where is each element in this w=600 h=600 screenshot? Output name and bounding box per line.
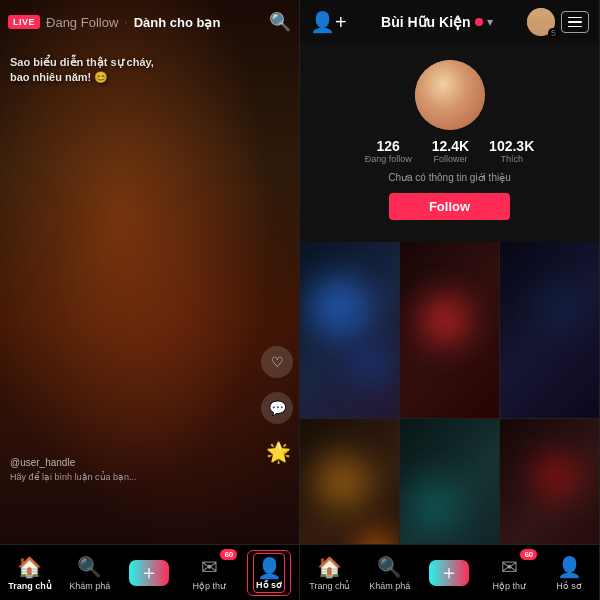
create-button[interactable]: ＋ bbox=[129, 560, 169, 586]
stat-followers-label: Follower bbox=[433, 154, 467, 164]
tab-for-you[interactable]: Dành cho bạn bbox=[134, 15, 221, 30]
avatar-container: 5 bbox=[527, 8, 555, 36]
top-tabs: Đang Follow · Dành cho bạn bbox=[46, 15, 269, 30]
grid-thumb-2[interactable] bbox=[400, 242, 499, 418]
nav-inbox-label: Hộp thư bbox=[193, 581, 227, 591]
stat-followers-number: 12.4K bbox=[432, 138, 469, 154]
nav-profile[interactable]: 👤 Hồ sơ bbox=[247, 550, 291, 596]
profile-icon-wrap: 👤 Hồ sơ bbox=[253, 553, 285, 593]
menu-line-1 bbox=[568, 17, 582, 19]
right-nav-home-label: Trang chủ bbox=[309, 581, 350, 591]
stat-likes: 102.3K Thích bbox=[489, 138, 534, 164]
stat-following: 126 Đang follow bbox=[365, 138, 412, 164]
video-username: @user_handle bbox=[10, 457, 291, 468]
right-top-actions: 5 bbox=[527, 8, 589, 36]
profile-name-area: Bùi Hữu Kiện ▾ bbox=[347, 14, 527, 30]
right-explore-icon: 🔍 bbox=[377, 555, 402, 579]
tab-following[interactable]: Đang Follow bbox=[46, 15, 118, 30]
right-top-bar: 👤+ Bùi Hữu Kiện ▾ 5 bbox=[300, 0, 599, 44]
left-video-area: Sao biểu diễn thật sự cháy, bao nhiêu nă… bbox=[0, 0, 299, 544]
left-top-bar: LIVE Đang Follow · Dành cho bạn 🔍 bbox=[0, 0, 299, 44]
profile-stats: 126 Đang follow 12.4K Follower 102.3K Th… bbox=[365, 138, 535, 164]
right-nav-explore[interactable]: 🔍 Khám phá bbox=[368, 555, 412, 591]
right-nav-inbox[interactable]: ✉ 60 Hộp thư bbox=[487, 555, 531, 591]
right-inbox-badge: 60 bbox=[520, 549, 537, 560]
grid-thumb-1[interactable] bbox=[300, 242, 399, 418]
comment-button[interactable]: 💬 bbox=[261, 392, 293, 424]
stat-following-label: Đang follow bbox=[365, 154, 412, 164]
profile-bio: Chưa có thông tin giới thiệu bbox=[372, 172, 527, 183]
chevron-down-icon[interactable]: ▾ bbox=[487, 15, 493, 29]
home-icon: 🏠 bbox=[17, 555, 42, 579]
right-nav-inbox-label: Hộp thư bbox=[493, 581, 527, 591]
menu-line-2 bbox=[568, 21, 582, 23]
right-nav-profile-label: Hồ sơ bbox=[556, 581, 582, 591]
followers-small-count: 5 bbox=[548, 28, 559, 38]
avatar-inner bbox=[415, 60, 485, 130]
right-create-button[interactable]: ＋ bbox=[429, 560, 469, 586]
nav-create[interactable]: ＋ bbox=[127, 560, 171, 586]
explore-icon: 🔍 bbox=[77, 555, 102, 579]
menu-line-3 bbox=[568, 26, 582, 28]
right-nav-create[interactable]: ＋ bbox=[427, 560, 471, 586]
avatar-large bbox=[415, 60, 485, 130]
video-bottom-area: @user_handle Hãy để lại bình luận của bạ… bbox=[10, 457, 291, 484]
follow-button[interactable]: Follow bbox=[389, 193, 510, 220]
stat-likes-label: Thích bbox=[500, 154, 523, 164]
video-caption: Sao biểu diễn thật sự cháy, bao nhiêu nă… bbox=[10, 55, 259, 86]
right-phone-panel: 👤+ Bùi Hữu Kiện ▾ 5 bbox=[300, 0, 600, 600]
video-grid bbox=[300, 242, 599, 544]
right-home-icon: 🏠 bbox=[317, 555, 342, 579]
like-button[interactable]: ♡ bbox=[261, 346, 293, 378]
video-desc: Hãy để lại bình luận của bạn... bbox=[10, 472, 291, 484]
live-badge: LIVE bbox=[8, 15, 40, 29]
nav-home[interactable]: 🏠 Trang chủ bbox=[8, 555, 52, 591]
search-icon[interactable]: 🔍 bbox=[269, 11, 291, 33]
stat-likes-number: 102.3K bbox=[489, 138, 534, 154]
left-phone-panel: LIVE Đang Follow · Dành cho bạn 🔍 Sao bi… bbox=[0, 0, 300, 600]
right-nav-home[interactable]: 🏠 Trang chủ bbox=[308, 555, 352, 591]
nav-explore[interactable]: 🔍 Khám phá bbox=[68, 555, 112, 591]
stat-following-number: 126 bbox=[377, 138, 400, 154]
add-user-icon[interactable]: 👤+ bbox=[310, 10, 347, 34]
stat-followers: 12.4K Follower bbox=[432, 138, 469, 164]
profile-header: 126 Đang follow 12.4K Follower 102.3K Th… bbox=[300, 44, 599, 242]
right-nav-explore-label: Khám phá bbox=[369, 581, 410, 591]
grid-thumb-3[interactable] bbox=[500, 242, 599, 418]
right-content: 126 Đang follow 12.4K Follower 102.3K Th… bbox=[300, 44, 599, 544]
nav-inbox[interactable]: ✉ 60 Hộp thư bbox=[187, 555, 231, 591]
grid-thumb-4[interactable] bbox=[300, 419, 399, 544]
profile-name: Bùi Hữu Kiện bbox=[381, 14, 471, 30]
left-bottom-nav: 🏠 Trang chủ 🔍 Khám phá ＋ ✉ 60 Hộp thư 👤 … bbox=[0, 544, 299, 600]
grid-thumb-6[interactable] bbox=[500, 419, 599, 544]
menu-button[interactable] bbox=[561, 11, 589, 33]
verified-icon bbox=[475, 18, 483, 26]
right-bottom-nav: 🏠 Trang chủ 🔍 Khám phá ＋ ✉ 60 Hộp thư 👤 … bbox=[300, 544, 599, 600]
right-actions: ♡ 💬 bbox=[261, 346, 293, 424]
grid-thumb-5[interactable] bbox=[400, 419, 499, 544]
inbox-badge: 60 bbox=[220, 549, 237, 560]
right-profile-icon: 👤 bbox=[557, 555, 582, 579]
nav-profile-label: Hồ sơ bbox=[256, 580, 282, 590]
nav-explore-label: Khám phá bbox=[69, 581, 110, 591]
profile-icon: 👤 bbox=[257, 556, 282, 580]
right-inbox-icon: ✉ bbox=[501, 555, 518, 579]
nav-home-label: Trang chủ bbox=[8, 581, 52, 591]
inbox-icon: ✉ bbox=[201, 555, 218, 579]
video-caption-area: Sao biểu diễn thật sự cháy, bao nhiêu nă… bbox=[10, 55, 259, 86]
right-nav-profile[interactable]: 👤 Hồ sơ bbox=[547, 555, 591, 591]
